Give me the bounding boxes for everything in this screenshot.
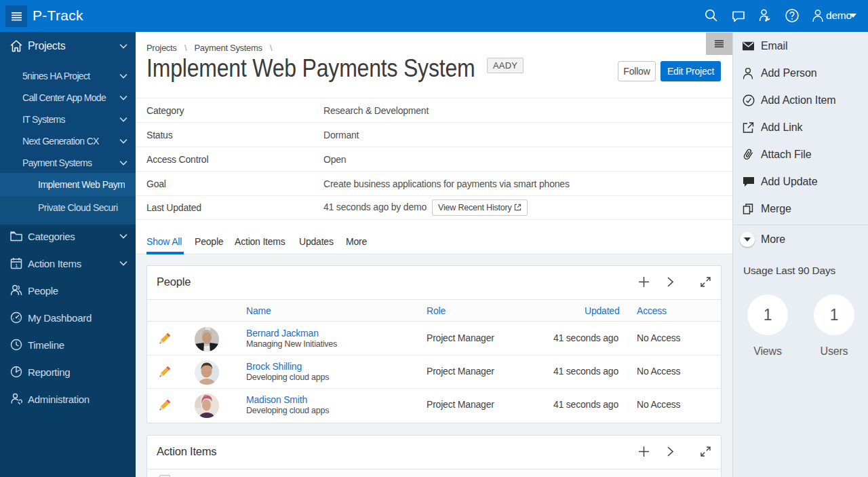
svg-text:1: 1 (15, 263, 18, 269)
